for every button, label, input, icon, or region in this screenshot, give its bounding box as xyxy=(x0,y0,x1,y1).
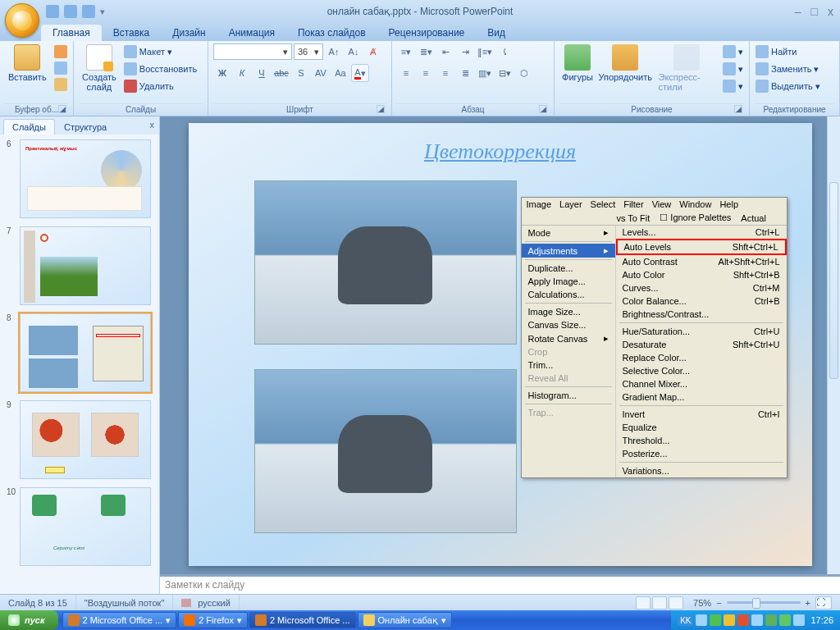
zoom-slider[interactable] xyxy=(727,601,801,604)
launcher-icon[interactable]: ◢ xyxy=(58,105,66,113)
thumb-6[interactable]: 6Практикалық жұмыс xyxy=(7,139,153,218)
shapes-button[interactable]: Фигуры xyxy=(559,43,596,84)
cut-button[interactable] xyxy=(53,44,68,59)
notes-pane[interactable]: Заметки к слайду xyxy=(160,574,840,594)
launcher-icon[interactable]: ◢ xyxy=(377,105,385,113)
tab-insert[interactable]: Вставка xyxy=(102,25,162,41)
font-name-combo[interactable]: ▾ xyxy=(213,43,292,60)
tab-review[interactable]: Рецензирование xyxy=(377,25,477,41)
quick-styles-button[interactable]: Экспресс-стили xyxy=(655,43,719,94)
justify-button[interactable]: ≣ xyxy=(456,64,474,82)
bold-button[interactable]: Ж xyxy=(213,64,231,82)
shadow-button[interactable]: S xyxy=(292,64,310,82)
undo-icon[interactable] xyxy=(64,5,77,18)
tray-icon[interactable] xyxy=(737,614,749,626)
shape-effects-button[interactable]: ▾ xyxy=(722,79,744,94)
tray-icon[interactable] xyxy=(710,614,721,626)
char-spacing-button[interactable]: AV xyxy=(312,64,330,82)
normal-view-button[interactable] xyxy=(636,596,651,609)
minimize-button[interactable]: – xyxy=(795,5,801,18)
tab-home[interactable]: Главная xyxy=(41,25,102,41)
fit-button[interactable]: ⛶ xyxy=(815,596,832,609)
scroll-thumb[interactable] xyxy=(829,182,838,379)
clock[interactable]: 17:26 xyxy=(810,615,833,625)
tab-slideshow[interactable]: Показ слайдов xyxy=(286,25,377,41)
italic-button[interactable]: К xyxy=(233,64,251,82)
taskbar-button[interactable]: 2 Microsoft Office ... ▾ xyxy=(62,612,177,628)
slide[interactable]: Цветокоррекция ImageLayerSelectFilterVie… xyxy=(189,123,812,566)
format-painter-button[interactable] xyxy=(53,77,68,92)
launcher-icon[interactable]: ◢ xyxy=(539,105,547,113)
close-button[interactable]: x xyxy=(828,5,833,18)
window-title: онлайн сабақ.pptx - Microsoft PowerPoint xyxy=(327,6,514,17)
copy-button[interactable] xyxy=(53,61,68,75)
select-button[interactable]: Выделить ▾ xyxy=(755,79,821,94)
panel-close-button[interactable]: x xyxy=(150,120,155,130)
bullets-button[interactable]: ≡▾ xyxy=(397,43,415,61)
tab-animation[interactable]: Анимация xyxy=(217,25,286,41)
tray-icon[interactable] xyxy=(751,614,763,626)
save-icon[interactable] xyxy=(46,5,59,18)
align-left-button[interactable]: ≡ xyxy=(397,64,415,82)
shape-outline-button[interactable]: ▾ xyxy=(722,62,744,76)
taskbar-button[interactable]: 2 Firefox ▾ xyxy=(178,612,248,628)
paste-button[interactable]: Вставить xyxy=(5,43,50,84)
indent-inc-button[interactable]: ⇥ xyxy=(456,43,474,61)
shape-fill-button[interactable]: ▾ xyxy=(722,44,744,59)
launcher-icon[interactable]: ◢ xyxy=(734,105,742,113)
clear-format-button[interactable]: A̸ xyxy=(364,43,382,61)
tab-slides[interactable]: Слайды xyxy=(3,119,55,135)
smartart-button[interactable]: ⬡ xyxy=(515,64,533,82)
tab-design[interactable]: Дизайн xyxy=(161,25,217,41)
tab-outline[interactable]: Структура xyxy=(55,119,116,135)
lang-indicator[interactable]: KK xyxy=(678,615,693,626)
layout-button[interactable]: Макет ▾ xyxy=(123,44,198,59)
numbering-button[interactable]: ≣▾ xyxy=(417,43,435,61)
arrange-button[interactable]: Упорядочить xyxy=(599,43,652,84)
thumb-8[interactable]: 8 xyxy=(7,313,153,392)
align-right-button[interactable]: ≡ xyxy=(436,64,454,82)
taskbar-button[interactable]: Онлайн сабақ ▾ xyxy=(358,612,452,628)
slideshow-view-button[interactable] xyxy=(669,596,683,609)
find-button[interactable]: Найти xyxy=(755,44,797,59)
strike-button[interactable]: abc xyxy=(272,64,290,82)
font-size-combo[interactable]: 36▾ xyxy=(294,43,323,60)
sorter-view-button[interactable] xyxy=(652,596,667,609)
zoom-out-button[interactable]: − xyxy=(716,598,721,608)
delete-button[interactable]: Удалить xyxy=(123,79,198,94)
redo-icon[interactable] xyxy=(82,5,95,18)
office-button[interactable] xyxy=(5,3,39,38)
text-direction-button[interactable]: ⤹ xyxy=(495,43,514,61)
tray-icon[interactable] xyxy=(765,614,777,626)
thumb-10[interactable]: 10Сергіту сәті xyxy=(7,487,153,566)
shrink-font-button[interactable]: A↓ xyxy=(345,43,363,61)
maximize-button[interactable]: □ xyxy=(811,5,818,18)
indent-dec-button[interactable]: ⇤ xyxy=(436,43,454,61)
start-button[interactable]: пуск xyxy=(0,610,58,630)
tray-icon[interactable] xyxy=(793,614,805,626)
tray-icon[interactable] xyxy=(724,614,735,626)
taskbar-button[interactable]: 2 Microsoft Office ... xyxy=(249,612,356,628)
reset-button[interactable]: Восстановить xyxy=(123,62,198,76)
status-lang[interactable]: русский xyxy=(173,595,239,610)
align-text-button[interactable]: ⊟▾ xyxy=(495,64,514,82)
align-center-button[interactable]: ≡ xyxy=(417,64,435,82)
zoom-in-button[interactable]: + xyxy=(806,598,810,608)
vertical-scrollbar[interactable] xyxy=(827,116,840,574)
font-color-button[interactable]: A▾ xyxy=(351,64,369,82)
qat-dropdown-icon[interactable]: ▾ xyxy=(100,7,105,17)
underline-button[interactable]: Ч xyxy=(253,64,271,82)
new-slide-button[interactable]: Создать слайд xyxy=(79,43,120,94)
zoom-level[interactable]: 75% xyxy=(693,598,711,608)
grow-font-button[interactable]: A↑ xyxy=(325,43,343,61)
change-case-button[interactable]: Aa xyxy=(331,64,349,82)
thumb-9[interactable]: 9 xyxy=(7,400,153,479)
canvas-scroll[interactable]: Цветокоррекция ImageLayerSelectFilterVie… xyxy=(160,116,840,574)
replace-button[interactable]: Заменить ▾ xyxy=(755,62,819,76)
line-spacing-button[interactable]: ‖≡▾ xyxy=(476,43,494,61)
tray-icon[interactable] xyxy=(696,614,707,626)
columns-button[interactable]: ▥▾ xyxy=(476,64,494,82)
tab-view[interactable]: Вид xyxy=(476,25,517,41)
thumb-7[interactable]: 7 xyxy=(7,226,153,305)
tray-icon[interactable] xyxy=(779,614,791,626)
